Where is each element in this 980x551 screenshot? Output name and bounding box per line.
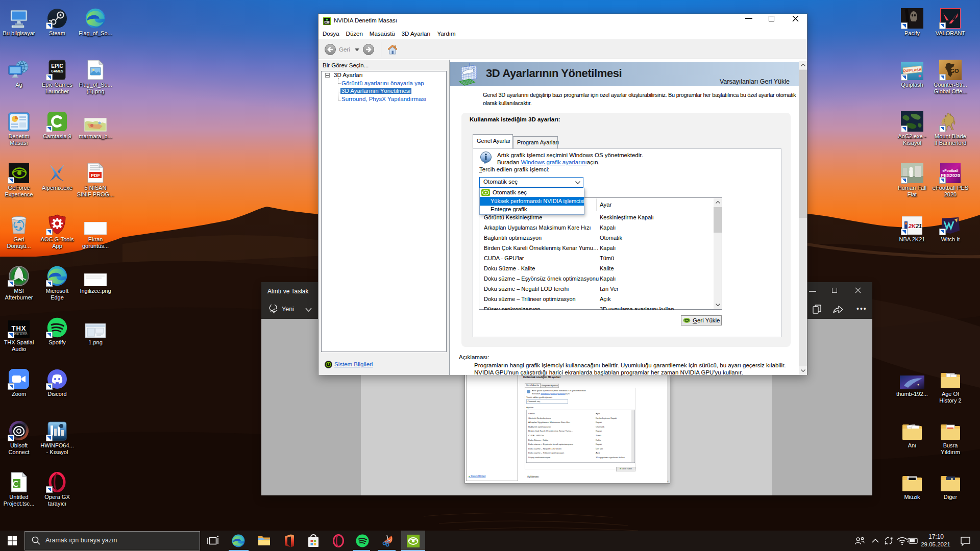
svg-text:GO: GO (950, 68, 959, 74)
svg-text:eFootball: eFootball (942, 169, 958, 172)
svg-text:EPIC: EPIC (51, 63, 63, 69)
svg-text:THX: THX (12, 324, 27, 332)
svg-text:PDF: PDF (91, 173, 101, 178)
svg-text:21: 21 (915, 223, 922, 229)
svg-text:2K: 2K (908, 223, 916, 229)
svg-text:GAMES: GAMES (51, 69, 64, 73)
